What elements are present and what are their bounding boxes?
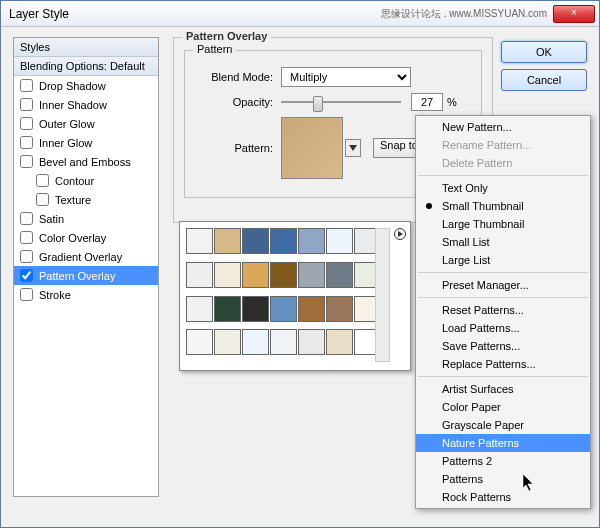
pattern-swatch[interactable] xyxy=(298,296,325,322)
styles-header[interactable]: Styles xyxy=(14,38,158,57)
pattern-swatch[interactable] xyxy=(298,329,325,355)
style-checkbox[interactable] xyxy=(36,193,49,206)
menu-item-text-only[interactable]: Text Only xyxy=(416,179,590,197)
menu-item-label: Small List xyxy=(442,236,490,248)
style-checkbox[interactable] xyxy=(20,269,33,282)
menu-item-replace-patterns[interactable]: Replace Patterns... xyxy=(416,355,590,373)
style-checkbox[interactable] xyxy=(20,288,33,301)
pattern-swatch[interactable] xyxy=(214,262,241,288)
pattern-swatch[interactable] xyxy=(326,228,353,254)
pattern-picker-popup xyxy=(179,221,411,371)
cancel-button[interactable]: Cancel xyxy=(501,69,587,91)
pattern-preview[interactable] xyxy=(281,117,343,179)
menu-item-patterns[interactable]: Patterns xyxy=(416,470,590,488)
pattern-swatch[interactable] xyxy=(270,296,297,322)
style-checkbox[interactable] xyxy=(20,231,33,244)
svg-marker-2 xyxy=(398,231,403,237)
style-row-color-overlay[interactable]: Color Overlay xyxy=(14,228,158,247)
menu-item-save-patterns[interactable]: Save Patterns... xyxy=(416,337,590,355)
pattern-swatch[interactable] xyxy=(186,228,213,254)
style-checkbox[interactable] xyxy=(20,250,33,263)
pattern-swatch[interactable] xyxy=(186,296,213,322)
menu-item-small-list[interactable]: Small List xyxy=(416,233,590,251)
style-checkbox[interactable] xyxy=(20,155,33,168)
menu-item-label: Patterns xyxy=(442,473,483,485)
menu-item-label: Rename Pattern... xyxy=(442,139,531,151)
style-checkbox[interactable] xyxy=(20,98,33,111)
menu-item-grayscale-paper[interactable]: Grayscale Paper xyxy=(416,416,590,434)
style-row-stroke[interactable]: Stroke xyxy=(14,285,158,304)
ok-button[interactable]: OK xyxy=(501,41,587,63)
pattern-swatch[interactable] xyxy=(298,228,325,254)
group-label: Pattern Overlay xyxy=(182,30,271,42)
pattern-swatch[interactable] xyxy=(242,296,269,322)
pattern-dropdown-button[interactable] xyxy=(345,139,361,157)
style-checkbox[interactable] xyxy=(20,79,33,92)
pattern-swatch[interactable] xyxy=(270,262,297,288)
menu-item-reset-patterns[interactable]: Reset Patterns... xyxy=(416,301,590,319)
menu-item-preset-manager[interactable]: Preset Manager... xyxy=(416,276,590,294)
menu-item-rock-patterns[interactable]: Rock Patterns xyxy=(416,488,590,506)
style-row-bevel-and-emboss[interactable]: Bevel and Emboss xyxy=(14,152,158,171)
menu-item-new-pattern[interactable]: New Pattern... xyxy=(416,118,590,136)
style-checkbox[interactable] xyxy=(20,136,33,149)
opacity-label: Opacity: xyxy=(193,96,273,108)
pattern-swatch[interactable] xyxy=(186,262,213,288)
flyout-menu-button[interactable] xyxy=(394,228,408,242)
style-row-drop-shadow[interactable]: Drop Shadow xyxy=(14,76,158,95)
svg-marker-3 xyxy=(523,474,533,491)
watermark-text: 思缘设计论坛 . www.MISSYUAN.com xyxy=(381,7,547,21)
titlebar[interactable]: Layer Style 思缘设计论坛 . www.MISSYUAN.com × xyxy=(1,1,599,27)
style-label: Texture xyxy=(55,194,91,206)
swatch-scrollbar[interactable] xyxy=(375,228,390,362)
style-checkbox[interactable] xyxy=(36,174,49,187)
style-checkbox[interactable] xyxy=(20,212,33,225)
menu-item-load-patterns[interactable]: Load Patterns... xyxy=(416,319,590,337)
pattern-swatch[interactable] xyxy=(326,296,353,322)
menu-item-artist-surfaces[interactable]: Artist Surfaces xyxy=(416,380,590,398)
pattern-swatch[interactable] xyxy=(242,329,269,355)
close-button[interactable]: × xyxy=(553,5,595,23)
menu-item-label: New Pattern... xyxy=(442,121,512,133)
style-row-inner-glow[interactable]: Inner Glow xyxy=(14,133,158,152)
pattern-swatch[interactable] xyxy=(214,329,241,355)
menu-item-label: Grayscale Paper xyxy=(442,419,524,431)
pattern-swatch[interactable] xyxy=(326,329,353,355)
menu-item-label: Rock Patterns xyxy=(442,491,511,503)
style-row-inner-shadow[interactable]: Inner Shadow xyxy=(14,95,158,114)
blend-mode-select[interactable]: Multiply xyxy=(281,67,411,87)
opacity-slider[interactable] xyxy=(281,94,401,110)
svg-marker-0 xyxy=(349,145,357,151)
style-label: Drop Shadow xyxy=(39,80,106,92)
menu-item-label: Artist Surfaces xyxy=(442,383,514,395)
style-row-gradient-overlay[interactable]: Gradient Overlay xyxy=(14,247,158,266)
menu-item-small-thumbnail[interactable]: Small Thumbnail xyxy=(416,197,590,215)
style-row-contour[interactable]: Contour xyxy=(14,171,158,190)
dialog-title: Layer Style xyxy=(5,7,381,21)
inner-label: Pattern xyxy=(193,43,236,55)
pattern-swatch[interactable] xyxy=(214,228,241,254)
menu-item-patterns-2[interactable]: Patterns 2 xyxy=(416,452,590,470)
menu-item-large-thumbnail[interactable]: Large Thumbnail xyxy=(416,215,590,233)
pattern-swatch[interactable] xyxy=(298,262,325,288)
opacity-input[interactable]: 27 xyxy=(411,93,443,111)
menu-item-nature-patterns[interactable]: Nature Patterns xyxy=(416,434,590,452)
pattern-swatch[interactable] xyxy=(242,228,269,254)
menu-item-label: Delete Pattern xyxy=(442,157,512,169)
menu-item-color-paper[interactable]: Color Paper xyxy=(416,398,590,416)
menu-item-large-list[interactable]: Large List xyxy=(416,251,590,269)
pattern-swatch[interactable] xyxy=(186,329,213,355)
pattern-swatch[interactable] xyxy=(270,329,297,355)
style-checkbox[interactable] xyxy=(20,117,33,130)
style-label: Contour xyxy=(55,175,94,187)
style-row-texture[interactable]: Texture xyxy=(14,190,158,209)
style-row-satin[interactable]: Satin xyxy=(14,209,158,228)
pattern-swatch[interactable] xyxy=(214,296,241,322)
pattern-swatch[interactable] xyxy=(326,262,353,288)
pattern-swatch[interactable] xyxy=(242,262,269,288)
blending-options-row[interactable]: Blending Options: Default xyxy=(14,57,158,76)
pattern-swatch[interactable] xyxy=(270,228,297,254)
style-label: Gradient Overlay xyxy=(39,251,122,263)
style-row-outer-glow[interactable]: Outer Glow xyxy=(14,114,158,133)
style-row-pattern-overlay[interactable]: Pattern Overlay xyxy=(14,266,158,285)
